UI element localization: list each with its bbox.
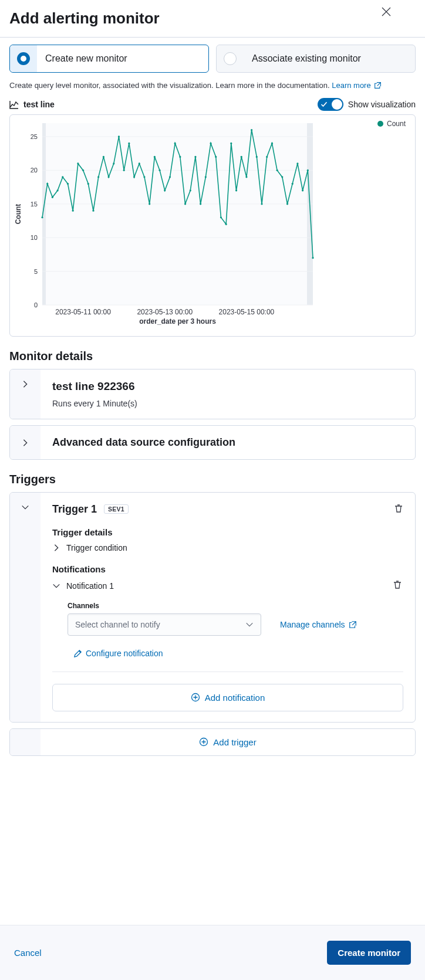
svg-point-22 bbox=[72, 210, 74, 212]
line-chart-icon bbox=[9, 100, 19, 109]
channels-select[interactable]: Select channel to notify bbox=[68, 613, 261, 636]
cancel-button[interactable]: Cancel bbox=[14, 948, 42, 958]
channels-label: Channels bbox=[68, 602, 403, 610]
close-icon[interactable] bbox=[382, 7, 391, 16]
notification-toggle-row[interactable]: Notification 1 bbox=[52, 581, 114, 591]
svg-text:10: 10 bbox=[31, 234, 38, 241]
radio-label: Create new monitor bbox=[45, 53, 127, 64]
svg-point-40 bbox=[164, 189, 166, 191]
svg-point-45 bbox=[190, 189, 191, 191]
monitor-details-heading: Monitor details bbox=[9, 350, 416, 363]
monitor-schedule: Runs every 1 Minute(s) bbox=[52, 399, 403, 408]
trigger-panel: Trigger 1 SEV1 Trigger details Trigger c… bbox=[9, 492, 416, 723]
external-link-icon bbox=[349, 620, 357, 629]
svg-text:2023-05-15 00:00: 2023-05-15 00:00 bbox=[219, 308, 275, 316]
svg-text:order_date per 3 hours: order_date per 3 hours bbox=[139, 317, 216, 325]
radio-associate-monitor[interactable]: Associate existing monitor bbox=[216, 45, 416, 73]
svg-point-18 bbox=[52, 196, 53, 198]
svg-point-35 bbox=[139, 162, 140, 164]
chevron-right-icon bbox=[52, 544, 60, 552]
svg-point-25 bbox=[87, 183, 89, 185]
chevron-down-icon bbox=[52, 582, 60, 590]
svg-point-66 bbox=[296, 162, 298, 164]
add-notification-button[interactable]: Add notification bbox=[52, 684, 403, 711]
svg-point-68 bbox=[307, 169, 309, 171]
monitor-details-panel[interactable]: test line 922366 Runs every 1 Minute(s) bbox=[9, 369, 416, 419]
svg-point-47 bbox=[200, 203, 201, 205]
svg-point-17 bbox=[46, 183, 48, 185]
svg-point-37 bbox=[149, 203, 150, 205]
svg-point-29 bbox=[107, 176, 109, 178]
svg-point-30 bbox=[113, 162, 114, 164]
svg-point-39 bbox=[158, 169, 160, 171]
svg-point-62 bbox=[276, 169, 278, 171]
svg-text:2023-05-13 00:00: 2023-05-13 00:00 bbox=[137, 308, 193, 316]
add-trigger-button[interactable]: Add trigger bbox=[41, 729, 415, 755]
svg-point-49 bbox=[210, 143, 211, 144]
configure-notification-link[interactable]: Configure notification bbox=[73, 649, 163, 658]
svg-text:5: 5 bbox=[34, 268, 38, 275]
svg-point-42 bbox=[174, 143, 176, 144]
visualization-title: test line bbox=[9, 100, 55, 109]
svg-point-53 bbox=[230, 143, 232, 144]
svg-point-61 bbox=[271, 143, 273, 144]
svg-point-64 bbox=[286, 203, 288, 205]
svg-point-23 bbox=[77, 162, 79, 164]
svg-point-38 bbox=[154, 156, 156, 158]
svg-point-46 bbox=[194, 156, 196, 158]
page-title: Add alerting monitor bbox=[9, 9, 160, 28]
delete-notification-button[interactable] bbox=[393, 580, 402, 591]
plus-circle-icon bbox=[199, 737, 208, 747]
svg-point-32 bbox=[123, 169, 125, 171]
chevron-right-icon bbox=[21, 380, 29, 388]
advanced-config-title: Advanced data source configuration bbox=[52, 436, 403, 449]
svg-point-20 bbox=[62, 176, 63, 178]
visualization-chart: Count 0510152025Count2023-05-11 00:00202… bbox=[9, 114, 416, 337]
svg-point-58 bbox=[256, 156, 258, 158]
plus-circle-icon bbox=[191, 693, 200, 702]
svg-point-48 bbox=[205, 176, 207, 178]
svg-text:15: 15 bbox=[31, 201, 38, 208]
monitor-name: test line 922366 bbox=[52, 380, 403, 393]
svg-point-50 bbox=[215, 156, 217, 158]
svg-point-16 bbox=[41, 216, 43, 218]
advanced-config-panel[interactable]: Advanced data source configuration bbox=[9, 425, 416, 460]
svg-point-55 bbox=[241, 156, 242, 158]
svg-point-60 bbox=[266, 156, 268, 158]
trigger-condition-row[interactable]: Trigger condition bbox=[52, 543, 403, 552]
svg-point-43 bbox=[179, 156, 181, 158]
svg-point-67 bbox=[302, 189, 303, 191]
svg-point-31 bbox=[118, 135, 120, 137]
svg-point-24 bbox=[82, 169, 84, 171]
trigger-details-heading: Trigger details bbox=[52, 527, 403, 537]
svg-point-33 bbox=[128, 143, 130, 144]
svg-point-54 bbox=[235, 189, 237, 191]
learn-more-link[interactable]: Learn more bbox=[332, 81, 382, 90]
svg-point-63 bbox=[281, 176, 283, 178]
svg-text:Count: Count bbox=[14, 204, 22, 225]
svg-point-56 bbox=[245, 176, 247, 178]
svg-point-27 bbox=[97, 176, 99, 178]
severity-badge: SEV1 bbox=[104, 504, 129, 514]
add-trigger-panel[interactable]: Add trigger bbox=[9, 728, 416, 756]
svg-point-44 bbox=[184, 203, 186, 205]
radio-create-monitor[interactable]: Create new monitor bbox=[9, 45, 209, 73]
svg-point-41 bbox=[169, 176, 171, 178]
create-monitor-button[interactable]: Create monitor bbox=[327, 941, 411, 965]
svg-point-19 bbox=[56, 189, 58, 191]
chevron-right-icon bbox=[21, 439, 29, 447]
chart-legend: Count bbox=[377, 120, 406, 128]
svg-point-36 bbox=[143, 176, 145, 178]
svg-point-57 bbox=[251, 129, 252, 131]
svg-point-52 bbox=[225, 223, 227, 225]
description-text: Create query level monitor, associated w… bbox=[9, 81, 416, 90]
delete-trigger-button[interactable] bbox=[394, 504, 403, 515]
svg-point-28 bbox=[103, 156, 104, 158]
svg-text:20: 20 bbox=[31, 167, 38, 174]
show-visualization-toggle[interactable] bbox=[318, 98, 343, 111]
manage-channels-link[interactable]: Manage channels bbox=[280, 620, 357, 629]
triggers-heading: Triggers bbox=[9, 473, 416, 486]
chevron-down-icon[interactable] bbox=[21, 503, 29, 511]
trigger-title: Trigger 1 bbox=[52, 503, 97, 515]
radio-label: Associate existing monitor bbox=[252, 53, 361, 64]
